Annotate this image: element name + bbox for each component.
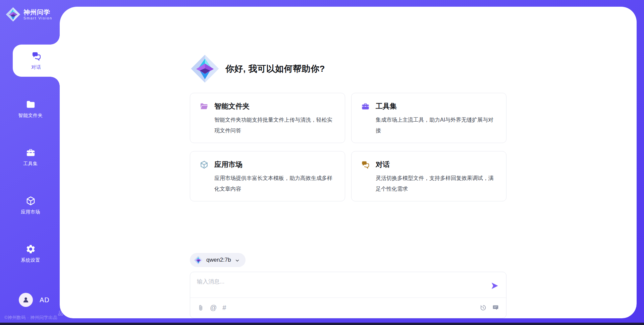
person-icon — [22, 296, 30, 304]
card-description: 灵活切换多模型文件，支持多样回复效果调试，满足个性化需求 — [376, 173, 497, 194]
toolbox-icon — [361, 102, 370, 111]
sidebar-item-label: 工具集 — [23, 161, 38, 167]
hash-icon[interactable]: # — [222, 304, 226, 311]
sidebar-item-settings[interactable]: 系统设置 — [5, 238, 56, 270]
diamond-logo-icon — [194, 256, 203, 265]
message-input-card: 输入消息... @ # — [190, 272, 506, 318]
sidebar-item-toolset[interactable]: 工具集 — [5, 141, 56, 173]
user-name: AD — [40, 296, 50, 304]
input-toolbar: @ # — [190, 297, 506, 318]
model-name: qwen2:7b — [206, 257, 231, 263]
folder-open-icon — [200, 102, 209, 111]
card-toolset[interactable]: 工具集 集成市场上主流工具，助力AI与外界无缝扩展与对接 — [351, 93, 506, 143]
cube-icon — [25, 196, 36, 206]
cube-icon — [200, 160, 209, 169]
welcome-title: 你好, 我可以如何帮助你? — [225, 63, 325, 75]
at-icon[interactable]: @ — [210, 304, 217, 311]
card-chat[interactable]: 对话 灵活切换多模型文件，支持多样回复效果调试，满足个性化需求 — [351, 151, 506, 201]
paperclip-icon[interactable] — [197, 304, 204, 311]
bottom-strip — [0, 323, 644, 325]
feature-cards: 智能文件夹 智能文件夹功能支持批量文件上传与清洗，轻松实现文件问答 — [190, 93, 506, 201]
sidebar-item-label: 对话 — [32, 64, 41, 70]
diamond-logo-icon — [5, 7, 21, 22]
avatar[interactable] — [19, 293, 33, 307]
sidebar-nav: 对话 智能文件夹 工具集 — [0, 45, 60, 270]
card-app-market[interactable]: 应用市场 应用市场提供丰富长文本模板，助力高效生成多样化文章内容 — [190, 151, 345, 201]
card-title: 工具集 — [376, 102, 497, 111]
gear-icon — [25, 244, 36, 254]
chat-icon — [361, 160, 370, 169]
card-description: 智能文件夹功能支持批量文件上传与清洗，轻松实现文件问答 — [214, 115, 335, 136]
toolbox-icon — [25, 147, 36, 158]
composer: qwen2:7b 输入消息... @ # — [190, 253, 506, 318]
user-row: AD — [19, 293, 50, 307]
brand-subtitle: Smart Vision — [23, 16, 52, 20]
brand: 神州问学 Smart Vision — [5, 7, 52, 22]
chat-bubble-icon[interactable] — [492, 304, 499, 311]
history-icon[interactable] — [480, 304, 487, 311]
folder-icon — [25, 99, 36, 110]
card-title: 对话 — [376, 160, 497, 169]
sidebar-item-smart-folder[interactable]: 智能文件夹 — [5, 93, 56, 125]
sidebar-item-label: 系统设置 — [21, 257, 40, 263]
chevron-down-icon — [234, 258, 240, 263]
sidebar: 神州问学 Smart Vision 对话 智能文件夹 — [0, 0, 60, 325]
message-input[interactable]: 输入消息... — [197, 278, 483, 285]
card-description: 应用市场提供丰富长文本模板，助力高效生成多样化文章内容 — [214, 173, 335, 194]
model-selector[interactable]: qwen2:7b — [190, 253, 246, 267]
chat-icon — [31, 51, 42, 61]
send-icon[interactable] — [490, 281, 499, 290]
sidebar-item-app-market[interactable]: 应用市场 — [5, 189, 56, 221]
sidebar-item-label: 应用市场 — [21, 209, 40, 215]
card-title: 应用市场 — [214, 160, 335, 169]
sidebar-item-chat[interactable]: 对话 — [13, 45, 60, 77]
brand-title: 神州问学 — [23, 9, 52, 16]
card-title: 智能文件夹 — [214, 102, 335, 111]
card-description: 集成市场上主流工具，助力AI与外界无缝扩展与对接 — [376, 115, 497, 136]
toolbar-right — [480, 304, 499, 311]
sidebar-item-label: 智能文件夹 — [18, 113, 43, 119]
copyright-footer: ©神州数码 · 神州问学出品 — [4, 315, 57, 321]
card-smart-folder[interactable]: 智能文件夹 智能文件夹功能支持批量文件上传与清洗，轻松实现文件问答 — [190, 93, 345, 143]
content-area: 你好, 我可以如何帮助你? 智能文件夹 智能文件夹功能支持批量文件上传与清洗，轻… — [60, 7, 637, 318]
diamond-logo-icon — [190, 54, 220, 84]
welcome-header: 你好, 我可以如何帮助你? — [190, 54, 506, 84]
